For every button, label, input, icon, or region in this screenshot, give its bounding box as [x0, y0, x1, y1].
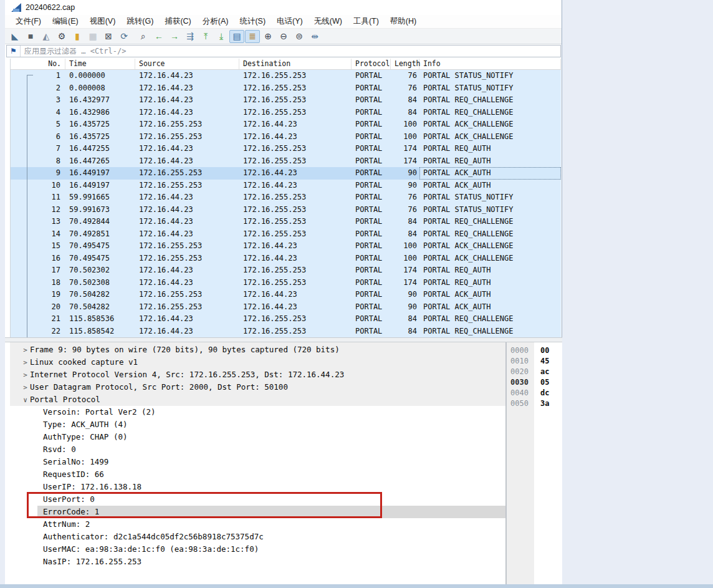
packet-row[interactable]: 916.449197172.16.255.253172.16.44.23PORT…	[11, 167, 561, 180]
hex-byte-value[interactable]: 05	[540, 377, 549, 388]
zoom-in-button[interactable]: ⊕	[261, 30, 275, 43]
chevron-right-icon[interactable]: >	[21, 369, 30, 382]
chevron-right-icon[interactable]: >	[21, 357, 30, 369]
packet-row[interactable]: 1370.492844172.16.44.23172.16.255.253POR…	[11, 216, 561, 228]
detail-line[interactable]: UserIP: 172.16.138.18	[10, 481, 505, 493]
menu-item-view[interactable]: 视图(V)	[84, 15, 122, 28]
close-file-button[interactable]: ⊠	[101, 30, 116, 43]
packet-cell-destination: 172.16.255.253	[239, 277, 352, 289]
go-back-button[interactable]: ←	[151, 30, 166, 43]
hex-byte-value[interactable]: 3a	[540, 398, 549, 409]
packet-row[interactable]: 516.435725172.16.255.253172.16.44.23PORT…	[11, 118, 561, 131]
capture-options-button[interactable]: ⚙	[54, 30, 69, 43]
display-filter-bar[interactable]: ⚑ 应用显示过滤器 … <Ctrl-/>	[6, 45, 561, 57]
packet-cell-time: 59.991673	[65, 204, 135, 216]
packet-row[interactable]: 1470.492851172.16.44.23172.16.255.253POR…	[11, 228, 561, 241]
detail-line[interactable]: AttrNum: 2	[10, 518, 505, 531]
colorize-button[interactable]: ≣	[245, 30, 260, 43]
detail-line[interactable]: >Frame 9: 90 bytes on wire (720 bits), 9…	[10, 344, 505, 356]
detail-line[interactable]: Rsvd: 0	[10, 443, 505, 456]
packet-cell-destination: 172.16.44.23	[239, 301, 352, 314]
auto-scroll-button[interactable]: ▤	[229, 30, 244, 43]
column-header-time[interactable]: Time	[65, 59, 135, 69]
hex-byte-value[interactable]: 00	[540, 345, 549, 356]
detail-line[interactable]: Versoin: Portal Ver2 (2)	[10, 406, 505, 418]
hex-byte-value[interactable]: ac	[540, 367, 549, 377]
packet-cell-length: 84	[391, 325, 419, 338]
packet-row[interactable]: 616.435725172.16.255.253172.16.44.23PORT…	[11, 131, 561, 143]
menu-item-help[interactable]: 帮助(H)	[385, 15, 422, 28]
restart-capture-button[interactable]: ◭	[39, 30, 54, 43]
zoom-reset-button[interactable]: ⊜	[292, 30, 307, 43]
packet-row[interactable]: 21115.858536172.16.44.23172.16.255.253PO…	[11, 313, 561, 325]
detail-line[interactable]: SerialNo: 1499	[10, 456, 505, 468]
detail-line[interactable]: UserMAC: ea:98:3a:de:1c:f0 (ea:98:3a:de:…	[10, 543, 505, 556]
open-file-button[interactable]: ▮	[70, 30, 85, 43]
detail-line[interactable]: >Internet Protocol Version 4, Src: 172.1…	[10, 369, 505, 381]
packet-row[interactable]: 1870.502308172.16.44.23172.16.255.253POR…	[11, 277, 561, 289]
detail-line[interactable]: RequestID: 66	[10, 468, 505, 481]
go-to-packet-button[interactable]: ⇶	[183, 30, 198, 43]
detail-line[interactable]: UserPort: 0	[10, 493, 505, 506]
column-header-destination[interactable]: Destination	[239, 59, 352, 69]
menu-item-statistics[interactable]: 统计(S)	[234, 15, 271, 28]
packet-row[interactable]: 316.432977172.16.44.23172.16.255.253PORT…	[11, 94, 561, 107]
packet-row[interactable]: 2070.504282172.16.255.253172.16.44.23POR…	[11, 301, 561, 314]
go-to-bottom-button[interactable]: ⤓	[214, 30, 229, 43]
menu-item-analyze[interactable]: 分析(A)	[197, 15, 234, 28]
packet-row[interactable]: 1770.502302172.16.44.23172.16.255.253POR…	[11, 264, 561, 277]
go-to-top-button[interactable]: ⤒	[198, 30, 213, 43]
chevron-right-icon[interactable]: >	[21, 382, 30, 394]
detail-line[interactable]: Authenticator: d2c1a544dc05df2c56b8918c7…	[10, 531, 505, 543]
pane-splitter[interactable]	[5, 337, 562, 342]
column-header-no[interactable]: No.	[11, 59, 65, 69]
packet-row[interactable]: 716.447255172.16.44.23172.16.255.253PORT…	[11, 143, 561, 155]
column-header-info[interactable]: Info	[419, 59, 561, 69]
detail-line[interactable]: ∨Portal Protocol	[10, 393, 505, 406]
menu-item-telephony[interactable]: 电话(Y)	[271, 15, 309, 28]
detail-line[interactable]: Type: ACK_AUTH (4)	[10, 418, 505, 431]
find-packet-button[interactable]: ⌕	[136, 30, 151, 43]
detail-line-text: Rsvd: 0	[43, 445, 76, 454]
detail-line[interactable]: >Linux cooked capture v1	[10, 356, 505, 369]
packet-row[interactable]: 10.000000172.16.44.23172.16.255.253PORTA…	[11, 70, 561, 82]
packet-row[interactable]: 20.000008172.16.44.23172.16.255.253PORTA…	[11, 82, 561, 95]
detail-line[interactable]: >User Datagram Protocol, Src Port: 2000,…	[10, 381, 505, 393]
hex-byte-value[interactable]: dc	[540, 388, 549, 398]
column-header-length[interactable]: Length	[391, 59, 419, 69]
packet-row[interactable]: 22115.858542172.16.44.23172.16.255.253PO…	[11, 325, 561, 338]
packet-row[interactable]: 1970.504282172.16.255.253172.16.44.23POR…	[11, 289, 561, 301]
packet-row[interactable]: 1259.991673172.16.44.23172.16.255.253POR…	[11, 204, 561, 216]
zoom-out-button[interactable]: ⊖	[276, 30, 291, 43]
resize-columns-button[interactable]: ⇹	[307, 30, 322, 43]
packet-cell-protocol: PORTAL	[352, 240, 391, 253]
hex-byte-value[interactable]: 45	[540, 356, 549, 367]
packet-row[interactable]: 1016.449197172.16.255.253172.16.44.23POR…	[11, 180, 561, 192]
menu-item-wireless[interactable]: 无线(W)	[309, 15, 348, 28]
packet-row[interactable]: 1670.495475172.16.255.253172.16.44.23POR…	[11, 253, 561, 265]
menu-item-tools[interactable]: 工具(T)	[348, 15, 385, 28]
menu-item-capture[interactable]: 捕获(C)	[159, 15, 196, 28]
detail-line[interactable]: NasIP: 172.16.255.253	[10, 556, 505, 568]
start-capture-button[interactable]: ◣	[7, 30, 22, 43]
chevron-right-icon[interactable]: >	[21, 344, 30, 357]
packet-row[interactable]: 816.447265172.16.44.23172.16.255.253PORT…	[11, 155, 561, 168]
column-header-source[interactable]: Source	[135, 59, 239, 69]
go-forward-button[interactable]: →	[167, 30, 182, 43]
detail-line[interactable]: AuthType: CHAP (0)	[10, 431, 505, 443]
filter-bookmark-icon[interactable]: ⚑	[7, 46, 21, 57]
save-file-button[interactable]: ▦	[85, 30, 100, 43]
stop-capture-button[interactable]: ■	[23, 30, 38, 43]
reload-file-button[interactable]: ⟳	[117, 30, 132, 43]
display-filter-input[interactable]: 应用显示过滤器 … <Ctrl-/>	[21, 46, 126, 57]
menu-item-go[interactable]: 跳转(G)	[121, 15, 159, 28]
packet-row[interactable]: 1159.991665172.16.44.23172.16.255.253POR…	[11, 191, 561, 204]
packet-row[interactable]: 1570.495475172.16.255.253172.16.44.23POR…	[11, 240, 561, 253]
column-header-protocol[interactable]: Protocol	[352, 59, 391, 69]
menu-item-edit[interactable]: 编辑(E)	[47, 15, 84, 28]
packet-list-pane: No.TimeSourceDestinationProtocolLengthIn…	[10, 59, 561, 337]
chevron-down-icon[interactable]: ∨	[21, 394, 30, 407]
detail-line[interactable]: ErrorCode: 1	[10, 506, 505, 518]
menu-item-file[interactable]: 文件(F)	[10, 15, 47, 28]
packet-row[interactable]: 416.432986172.16.44.23172.16.255.253PORT…	[11, 107, 561, 119]
